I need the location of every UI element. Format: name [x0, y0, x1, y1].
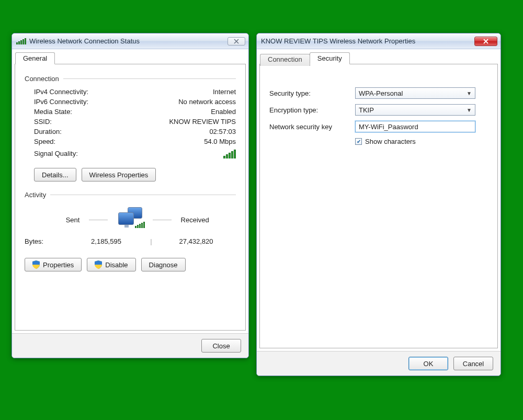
speed-label: Speed: [34, 138, 55, 145]
encryption-type-label: Encryption type: [269, 106, 348, 114]
show-characters-checkbox[interactable]: ✔ [355, 138, 362, 145]
tab-security[interactable]: Security [310, 52, 350, 64]
group-activity: Activity Sent Received [25, 191, 236, 247]
close-icon[interactable] [474, 37, 497, 46]
disable-button[interactable]: Disable [87, 258, 135, 271]
tab-connection[interactable]: Connection [260, 54, 310, 66]
security-key-label: Network security key [269, 123, 348, 131]
bytes-label: Bytes: [25, 237, 66, 245]
ipv4-value: Internet [213, 88, 236, 96]
security-type-select[interactable]: WPA-Personal ▼ [355, 87, 475, 99]
bytes-received: 27,432,820 [156, 237, 236, 245]
close-icon[interactable] [228, 37, 245, 46]
ipv6-value: No network access [178, 98, 236, 106]
properties-dialog: KNOW REVIEW TIPS Wireless Network Proper… [256, 33, 501, 376]
signal-label: Signal Quality: [34, 150, 78, 158]
network-activity-icon [117, 207, 143, 232]
wireless-properties-button[interactable]: Wireless Properties [82, 168, 156, 181]
signal-icon [16, 38, 26, 44]
diagnose-button[interactable]: Diagnose [141, 258, 186, 271]
bytes-sent: 2,185,595 [66, 237, 146, 245]
group-connection: Connection IPv4 Connectivity:Internet IP… [25, 75, 236, 181]
media-value: Enabled [211, 108, 236, 116]
status-title: Wireless Network Connection Status [29, 37, 224, 45]
ipv6-label: IPv6 Connectivity: [34, 98, 88, 106]
tab-body-security: Security type: WPA-Personal ▼ Encryption… [259, 64, 498, 348]
cancel-button[interactable]: Cancel [453, 357, 493, 370]
shield-icon [32, 260, 40, 269]
sent-label: Sent [25, 216, 79, 224]
security-key-input[interactable]: MY-WiFi_Paasword [355, 121, 475, 132]
tab-body-general: Connection IPv4 Connectivity:Internet IP… [15, 64, 246, 331]
ok-button[interactable]: OK [408, 357, 448, 370]
chevron-down-icon: ▼ [467, 90, 472, 96]
status-dialog: Wireless Network Connection Status Gener… [12, 33, 249, 358]
details-button[interactable]: Details... [34, 168, 76, 181]
security-type-label: Security type: [269, 89, 348, 97]
ssid-label: SSID: [34, 118, 52, 126]
properties-button[interactable]: Properties [25, 258, 82, 271]
ssid-value: KNOW REVIEW TIPS [169, 118, 236, 126]
received-label: Received [181, 216, 236, 224]
properties-titlebar[interactable]: KNOW REVIEW TIPS Wireless Network Proper… [257, 33, 501, 49]
group-activity-legend: Activity [25, 191, 46, 199]
duration-value: 02:57:03 [209, 128, 236, 135]
status-footer: Close [12, 333, 248, 358]
status-titlebar[interactable]: Wireless Network Connection Status [12, 33, 248, 49]
close-button[interactable]: Close [201, 339, 241, 353]
encryption-type-select[interactable]: TKIP ▼ [355, 104, 475, 116]
ipv4-label: IPv4 Connectivity: [34, 88, 88, 96]
duration-label: Duration: [34, 128, 62, 135]
properties-footer: OK Cancel [257, 351, 501, 376]
media-label: Media State: [34, 108, 72, 116]
chevron-down-icon: ▼ [467, 107, 472, 113]
signal-quality-icon [223, 150, 236, 158]
show-characters-label: Show characters [365, 138, 416, 145]
group-connection-legend: Connection [25, 75, 59, 83]
properties-title: KNOW REVIEW TIPS Wireless Network Proper… [261, 37, 471, 45]
speed-value: 54.0 Mbps [204, 138, 236, 145]
tabstrip: Connection Security [257, 52, 501, 64]
shield-icon [95, 260, 102, 269]
tabstrip: General [12, 52, 248, 64]
tab-general[interactable]: General [15, 52, 55, 64]
